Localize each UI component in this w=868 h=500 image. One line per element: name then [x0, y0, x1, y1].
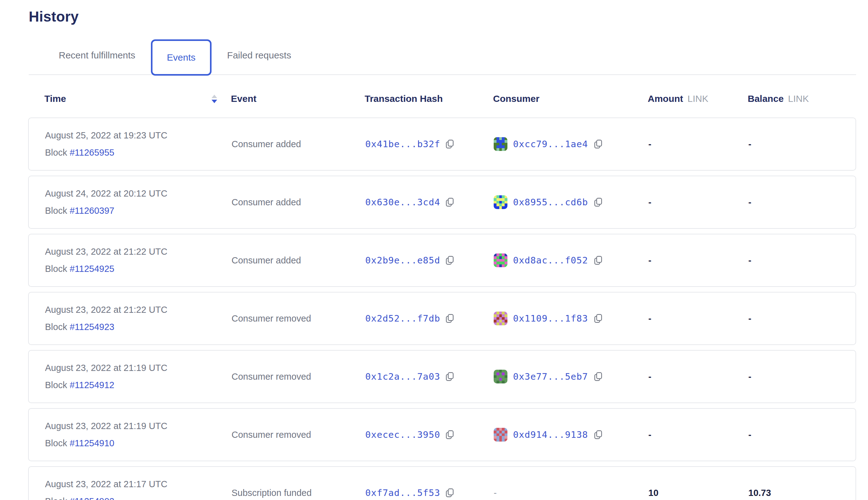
block-label: Block — [45, 322, 70, 332]
event-type-cell: Consumer added — [231, 255, 365, 266]
block-line: Block #11260397 — [45, 206, 231, 216]
transaction-hash-link[interactable]: 0xf7ad...5f53 — [365, 488, 440, 498]
balance-cell: - — [748, 255, 856, 266]
copy-icon[interactable] — [445, 139, 455, 149]
event-type-cell: Consumer removed — [231, 372, 365, 382]
block-number-link[interactable]: #11254925 — [70, 264, 114, 274]
consumer-address-link[interactable]: 0xd914...9138 — [513, 429, 588, 440]
tab-bar: Recent fulfillments Events Failed reques… — [29, 36, 856, 75]
events-table-body: August 25, 2022 at 19:23 UTC Block #1126… — [28, 117, 856, 500]
tab-events[interactable]: Events — [151, 39, 212, 76]
block-number-link[interactable]: #11265955 — [70, 148, 114, 158]
event-timestamp: August 23, 2022 at 21:22 UTC — [45, 247, 231, 257]
transaction-hash-cell: 0xf7ad...5f53 — [365, 488, 494, 498]
consumer-cell: 0x3e77...5eb7 — [494, 370, 648, 384]
table-row: August 23, 2022 at 21:22 UTC Block #1125… — [28, 234, 856, 287]
consumer-cell: 0x1109...1f83 — [494, 311, 648, 325]
consumer-avatar — [494, 311, 507, 325]
column-header-event: Event — [231, 93, 365, 104]
block-number-link[interactable]: #11260397 — [70, 206, 114, 216]
copy-icon[interactable] — [445, 488, 455, 498]
copy-icon[interactable] — [594, 371, 603, 382]
event-timestamp: August 24, 2022 at 20:12 UTC — [45, 189, 231, 199]
consumer-cell: - — [494, 488, 648, 498]
column-header-balance: Balance LINK — [748, 93, 856, 104]
transaction-hash-cell: 0xecec...3950 — [365, 429, 494, 440]
block-label: Block — [45, 438, 70, 448]
time-cell: August 23, 2022 at 21:19 UTC Block #1125… — [45, 421, 231, 448]
consumer-avatar — [494, 137, 507, 151]
transaction-hash-cell: 0x630e...3cd4 — [365, 197, 494, 207]
transaction-hash-link[interactable]: 0x630e...3cd4 — [365, 197, 440, 207]
block-line: Block #11254925 — [45, 264, 231, 274]
event-timestamp: August 23, 2022 at 21:22 UTC — [45, 305, 231, 315]
copy-icon[interactable] — [594, 255, 603, 266]
time-cell: August 23, 2022 at 21:22 UTC Block #1125… — [45, 247, 231, 274]
block-number-link[interactable]: #11254902 — [70, 496, 114, 500]
transaction-hash-link[interactable]: 0x2b9e...e85d — [365, 255, 440, 266]
transaction-hash-link[interactable]: 0xecec...3950 — [365, 429, 440, 440]
transaction-hash-cell: 0x1c2a...7a03 — [365, 371, 494, 382]
copy-icon[interactable] — [594, 313, 603, 324]
consumer-empty-dash: - — [494, 488, 497, 498]
consumer-address-link[interactable]: 0x1109...1f83 — [513, 313, 588, 324]
copy-icon[interactable] — [594, 139, 603, 149]
block-line: Block #11254923 — [45, 322, 231, 332]
copy-icon[interactable] — [594, 197, 603, 207]
event-type-cell: Consumer added — [231, 197, 365, 207]
table-row: August 23, 2022 at 21:22 UTC Block #1125… — [28, 292, 856, 345]
transaction-hash-link[interactable]: 0x2d52...f7db — [365, 313, 440, 324]
copy-icon[interactable] — [445, 255, 455, 266]
consumer-address-link[interactable]: 0x3e77...5eb7 — [513, 371, 588, 382]
time-cell: August 23, 2022 at 21:19 UTC Block #1125… — [45, 363, 231, 390]
block-line: Block #11254912 — [45, 380, 231, 390]
block-number-link[interactable]: #11254910 — [70, 438, 114, 448]
table-row: August 23, 2022 at 21:19 UTC Block #1125… — [28, 408, 856, 461]
balance-cell: - — [748, 372, 856, 382]
copy-icon[interactable] — [445, 313, 455, 324]
amount-cell: - — [648, 430, 748, 440]
amount-cell: 10 — [648, 488, 748, 498]
copy-icon[interactable] — [445, 371, 455, 382]
block-label: Block — [45, 206, 70, 216]
block-label: Block — [45, 264, 70, 274]
copy-icon[interactable] — [594, 429, 603, 440]
block-line: Block #11254902 — [45, 496, 231, 500]
amount-cell: - — [648, 372, 748, 382]
table-row: August 24, 2022 at 20:12 UTC Block #1126… — [28, 175, 856, 229]
consumer-cell: 0x8955...cd6b — [494, 195, 648, 209]
balance-cell: - — [748, 197, 856, 207]
event-type-cell: Consumer removed — [231, 430, 365, 440]
block-label: Block — [45, 496, 70, 500]
transaction-hash-cell: 0x41be...b32f — [365, 139, 494, 149]
transaction-hash-cell: 0x2b9e...e85d — [365, 255, 494, 266]
column-header-time-label: Time — [44, 93, 66, 104]
sort-descending-icon[interactable] — [212, 95, 217, 103]
history-page: History Recent fulfillments Events Faile… — [0, 0, 868, 500]
transaction-hash-link[interactable]: 0x1c2a...7a03 — [365, 371, 440, 382]
consumer-address-link[interactable]: 0x8955...cd6b — [513, 197, 588, 207]
copy-icon[interactable] — [445, 429, 455, 440]
tab-recent-fulfillments[interactable]: Recent fulfillments — [44, 50, 150, 61]
block-number-link[interactable]: #11254923 — [70, 322, 114, 332]
block-number-link[interactable]: #11254912 — [70, 380, 114, 390]
event-timestamp: August 25, 2022 at 19:23 UTC — [45, 130, 231, 141]
consumer-address-link[interactable]: 0xcc79...1ae4 — [513, 139, 588, 149]
block-label: Block — [45, 148, 70, 158]
tab-failed-requests[interactable]: Failed requests — [213, 50, 306, 61]
column-header-consumer: Consumer — [493, 93, 648, 104]
consumer-avatar — [494, 428, 507, 442]
event-type-cell: Consumer added — [231, 139, 365, 149]
amount-cell: - — [648, 197, 748, 207]
transaction-hash-cell: 0x2d52...f7db — [365, 313, 494, 324]
table-header: Time Event Transaction Hash Consumer Amo… — [28, 80, 856, 117]
event-type-cell: Subscription funded — [231, 488, 365, 498]
column-header-time[interactable]: Time — [44, 93, 231, 104]
consumer-address-link[interactable]: 0xd8ac...f052 — [513, 255, 588, 266]
balance-cell: 10.73 — [748, 488, 856, 498]
block-label: Block — [45, 380, 70, 390]
balance-cell: - — [748, 314, 856, 324]
transaction-hash-link[interactable]: 0x41be...b32f — [365, 139, 440, 149]
time-cell: August 25, 2022 at 19:23 UTC Block #1126… — [45, 130, 231, 158]
copy-icon[interactable] — [445, 197, 455, 207]
